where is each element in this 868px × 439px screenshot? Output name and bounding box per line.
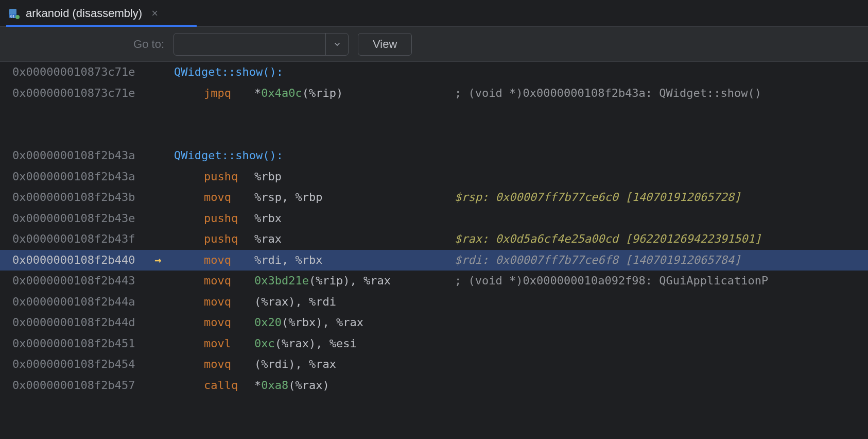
disasm-row[interactable] xyxy=(0,104,868,125)
disasm-row[interactable]: 0x0000000108f2b44dmovq0x20(%rbx), %rax xyxy=(0,312,868,333)
address: 0x0000000108f2b44a xyxy=(0,292,154,313)
address: 0x0000000108f2b43b xyxy=(0,187,154,208)
address: 0x000000010873c71e xyxy=(0,83,154,104)
address: 0x0000000108f2b440 xyxy=(0,250,154,271)
svg-point-3 xyxy=(15,15,20,19)
disasm-row[interactable]: 0x0000000108f2b451movl0xc(%rax), %esi xyxy=(0,333,868,354)
code: pushq%rbx xyxy=(174,208,868,229)
tab-title: arkanoid (disassembly) xyxy=(26,7,142,20)
disasm-row[interactable]: 0x0000000108f2b443movq0x3bd21e(%rip), %r… xyxy=(0,271,868,292)
disasm-row[interactable]: 0x0000000108f2b43epushq%rbx xyxy=(0,208,868,229)
address: 0x0000000108f2b44d xyxy=(0,312,154,333)
goto-dropdown[interactable] xyxy=(325,33,348,55)
disasm-row[interactable]: 0x0000000108f2b457callq*0xa8(%rax) xyxy=(0,375,868,396)
address: 0x0000000108f2b43f xyxy=(0,229,154,250)
current-instruction-arrow-icon: → xyxy=(154,250,174,271)
code: movl0xc(%rax), %esi xyxy=(174,333,868,354)
code: QWidget::show(): xyxy=(174,145,868,166)
code: movq0x3bd21e(%rip), %rax; (void *)0x0000… xyxy=(174,271,868,292)
code: movq(%rdi), %rax xyxy=(174,354,868,375)
goto-label: Go to: xyxy=(7,38,164,51)
disasm-row[interactable]: 0x0000000108f2b43fpushq%rax$rax: 0x0d5a6… xyxy=(0,229,868,250)
code: QWidget::show(): xyxy=(174,62,868,83)
disasm-row[interactable]: 0x0000000108f2b43apushq%rbp xyxy=(0,166,868,188)
binary-file-icon: 01 xyxy=(8,8,20,19)
svg-text:01: 01 xyxy=(10,14,14,19)
disassembly-view[interactable]: 0x000000010873c71eQWidget::show():0x0000… xyxy=(0,62,868,396)
code: callq*0xa8(%rax) xyxy=(174,375,868,396)
address: 0x0000000108f2b454 xyxy=(0,354,154,375)
code: pushq%rax$rax: 0x0d5a6cf4e25a00cd [96220… xyxy=(174,229,868,250)
address: 0x0000000108f2b43e xyxy=(0,208,154,229)
code: jmpq*0x4a0c(%rip); (void *)0x0000000108f… xyxy=(174,83,868,104)
disasm-row[interactable]: 0x000000010873c71eQWidget::show(): xyxy=(0,62,868,83)
disasm-row[interactable] xyxy=(0,125,868,146)
tab-disassembly[interactable]: 01 arkanoid (disassembly) × xyxy=(6,0,169,26)
disasm-row[interactable]: 0x0000000108f2b454movq(%rdi), %rax xyxy=(0,354,868,375)
code: movq%rsp, %rbp$rsp: 0x00007ff7b77ce6c0 [… xyxy=(174,187,868,208)
goto-input[interactable] xyxy=(174,33,325,55)
chevron-down-icon xyxy=(334,41,341,48)
goto-input-group xyxy=(173,33,349,56)
disasm-row[interactable]: 0x0000000108f2b43aQWidget::show(): xyxy=(0,145,868,166)
address: 0x0000000108f2b443 xyxy=(0,271,154,292)
address: 0x0000000108f2b43a xyxy=(0,145,154,166)
code: movq(%rax), %rdi xyxy=(174,292,868,313)
address: 0x0000000108f2b451 xyxy=(0,333,154,354)
tab-bar: 01 arkanoid (disassembly) × xyxy=(0,0,868,27)
code: movq0x20(%rbx), %rax xyxy=(174,312,868,333)
address: 0x0000000108f2b457 xyxy=(0,375,154,396)
address: 0x000000010873c71e xyxy=(0,62,154,83)
address: 0x0000000108f2b43a xyxy=(0,166,154,188)
toolbar: Go to: View xyxy=(0,27,868,62)
view-button[interactable]: View xyxy=(358,33,412,56)
disasm-row[interactable]: 0x000000010873c71ejmpq*0x4a0c(%rip); (vo… xyxy=(0,83,868,104)
code: movq%rdi, %rbx$rdi: 0x00007ff7b77ce6f8 [… xyxy=(174,250,868,271)
disasm-row[interactable]: 0x0000000108f2b440→movq%rdi, %rbx$rdi: 0… xyxy=(0,250,868,271)
tab-active-indicator xyxy=(6,25,197,27)
disasm-row[interactable]: 0x0000000108f2b44amovq(%rax), %rdi xyxy=(0,292,868,313)
close-icon[interactable]: × xyxy=(148,5,161,22)
disasm-row[interactable]: 0x0000000108f2b43bmovq%rsp, %rbp$rsp: 0x… xyxy=(0,187,868,208)
code: pushq%rbp xyxy=(174,166,868,188)
